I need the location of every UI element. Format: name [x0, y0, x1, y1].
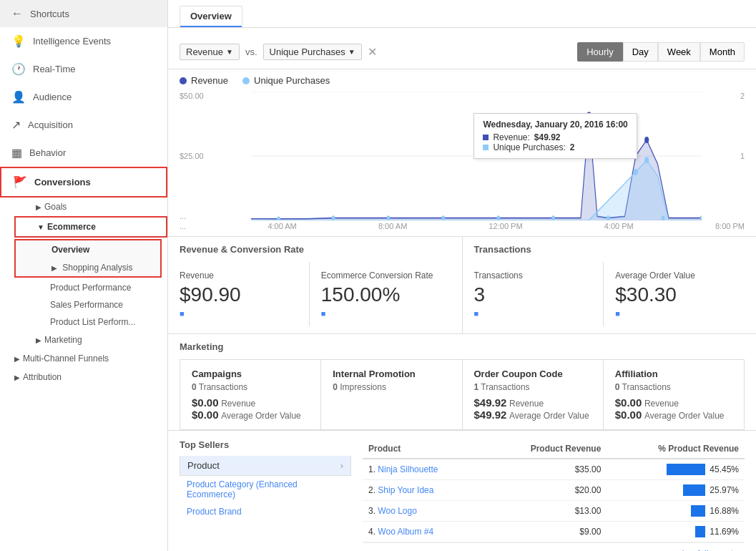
- campaigns-transactions: 0 Transactions: [192, 382, 309, 392]
- sidebar-item-acquisition[interactable]: ↗ Acquisition: [0, 111, 167, 139]
- campaigns-label: Campaigns: [192, 369, 309, 379]
- table-row: 1. Ninja Silhouette $35.00 45.45%: [363, 459, 745, 480]
- internal-impressions: 0 Impressions: [333, 382, 450, 392]
- affiliation-label: Affiliation: [615, 369, 732, 379]
- sidebar-item-goals[interactable]: ▶ Goals: [14, 198, 167, 216]
- stat-aov: Average Order Value $30.30 ■: [604, 262, 745, 326]
- affiliation-transactions: 0 Transactions: [615, 382, 732, 392]
- time-button-group: Hourly Day Week Month: [577, 42, 745, 62]
- affiliation-revenue-row: $0.00 Revenue: [615, 396, 732, 409]
- sidebar-item-shortcuts[interactable]: ← Shortcuts: [0, 0, 167, 27]
- cell-percent: 45.45%: [607, 459, 745, 480]
- sidebar-section-product-performance[interactable]: Product Performance: [14, 279, 167, 296]
- aov-link[interactable]: ■: [615, 309, 733, 318]
- product-link[interactable]: Ninja Silhouette: [378, 464, 438, 474]
- time-btn-day[interactable]: Day: [623, 42, 658, 62]
- svg-point-6: [644, 137, 649, 143]
- svg-point-13: [496, 215, 500, 220]
- marketing-affiliation: Affiliation 0 Transactions $0.00 Revenue…: [604, 360, 744, 429]
- cell-percent: 11.69%: [607, 522, 745, 542]
- table-row: 4. Woo Album #4 $9.00 11.69%: [363, 522, 745, 542]
- time-btn-month[interactable]: Month: [700, 42, 745, 62]
- table-row: 2. Ship Your Idea $20.00 25.97%: [363, 480, 745, 501]
- revenue-link[interactable]: ■: [180, 309, 298, 318]
- revenue-label: Revenue: [180, 270, 298, 281]
- marketing-cards: Campaigns 0 Transactions $0.00 Revenue $…: [180, 359, 745, 430]
- sidebar-item-marketing[interactable]: ▶ Marketing: [14, 331, 167, 349]
- remove-filter-button[interactable]: ✕: [368, 45, 377, 59]
- product-table: Product Product Revenue % Product Revenu…: [363, 439, 745, 551]
- x-label-4: 4:00 PM: [604, 222, 634, 230]
- sidebar-item-conversions[interactable]: 🚩 Conversions: [0, 167, 167, 198]
- sidebar-item-attribution[interactable]: ▶ Attribution: [0, 368, 167, 386]
- svg-point-8: [644, 157, 649, 163]
- x-label-1: 4:00 AM: [267, 222, 296, 230]
- transactions-label: Transactions: [474, 270, 592, 281]
- y-axis-right-labels: 2 1: [740, 92, 745, 220]
- legend-revenue: Revenue: [180, 75, 228, 86]
- seller-product-category-link[interactable]: Product Category (Enhanced Ecommerce): [180, 476, 351, 503]
- stat-ecr: Ecommerce Conversion Rate 150.00% ■: [310, 262, 451, 326]
- percent-bar: [667, 464, 705, 475]
- sidebar-sub-conversions: ▶ Goals ▼ Ecommerce Overview ▶ Shopping …: [0, 198, 167, 349]
- svg-point-9: [277, 216, 280, 220]
- seller-product-brand-link[interactable]: Product Brand: [180, 503, 351, 520]
- sidebar-item-multi-channel[interactable]: ▶ Multi-Channel Funnels: [0, 349, 167, 368]
- aov-label: Average Order Value: [615, 270, 733, 281]
- back-arrow-icon: ←: [11, 7, 23, 20]
- x-label-3: 12:00 PM: [489, 222, 523, 230]
- table-header-row: Product Product Revenue % Product Revenu…: [363, 439, 745, 459]
- tab-overview[interactable]: Overview: [180, 6, 242, 27]
- tab-bar: Overview: [168, 0, 756, 28]
- marketing-campaigns: Campaigns 0 Transactions $0.00 Revenue $…: [180, 360, 321, 429]
- chart-container: $50.00 $25.00 ... 2 1: [168, 92, 756, 220]
- sidebar-item-ecommerce[interactable]: ▼ Ecommerce: [14, 216, 167, 238]
- metric1-select[interactable]: Revenue ▼: [180, 44, 240, 60]
- revenue-dot: [180, 77, 187, 84]
- transactions-stats: Transactions 3 ■ Average Order Value $30…: [474, 262, 745, 326]
- metric2-select[interactable]: Unique Purchases ▼: [263, 44, 362, 60]
- sidebar-item-realtime[interactable]: 🕐 Real-Time: [0, 55, 167, 83]
- ecr-link[interactable]: ■: [321, 309, 439, 318]
- time-btn-hourly[interactable]: Hourly: [577, 42, 623, 62]
- sidebar-item-intelligence-events[interactable]: 💡 Intelligence Events: [0, 27, 167, 55]
- svg-point-11: [387, 215, 391, 220]
- product-link[interactable]: Woo Logo: [378, 506, 417, 516]
- y-axis-labels: $50.00 $25.00 ...: [180, 92, 204, 220]
- svg-point-5: [586, 112, 592, 120]
- revenue-section-title: Revenue & Conversion Rate: [180, 244, 451, 255]
- acquisition-icon: ↗: [11, 118, 21, 132]
- cell-revenue: $35.00: [484, 459, 607, 480]
- svg-point-10: [332, 215, 335, 220]
- clock-icon: 🕐: [11, 62, 26, 76]
- revenue-stats: Revenue $90.90 ■ Ecommerce Conversion Ra…: [180, 262, 451, 326]
- sidebar-section-shopping-analysis[interactable]: ▶ Shopping Analysis: [16, 259, 160, 276]
- percent-bar: [695, 526, 705, 537]
- svg-point-14: [551, 215, 555, 220]
- seller-product[interactable]: Product ›: [180, 456, 351, 476]
- internal-label: Internal Promotion: [333, 369, 450, 379]
- product-link[interactable]: Ship Your Idea: [378, 485, 433, 495]
- svg-point-17: [700, 215, 704, 220]
- svg-point-15: [607, 215, 610, 220]
- cell-percent: 16.88%: [607, 501, 745, 522]
- metric2-arrow-icon: ▼: [348, 48, 355, 56]
- sidebar-item-audience[interactable]: 👤 Audience: [0, 83, 167, 111]
- aov-value: $30.30: [615, 283, 733, 306]
- seller-arrow-icon: ›: [340, 460, 343, 471]
- transactions-link[interactable]: ■: [474, 309, 592, 318]
- time-btn-week[interactable]: Week: [658, 42, 700, 62]
- product-link[interactable]: Woo Album #4: [378, 527, 433, 537]
- view-full-report-link[interactable]: view full report: [363, 542, 745, 551]
- transactions-section: Transactions Transactions 3 ■ Average Or…: [463, 237, 757, 333]
- cell-rank-name: 1. Ninja Silhouette: [363, 459, 484, 480]
- sidebar-section-product-list[interactable]: Product List Perform...: [14, 313, 167, 331]
- sidebar-section-sales-performance[interactable]: Sales Performance: [14, 296, 167, 313]
- product-data-table: Product Product Revenue % Product Revenu…: [363, 439, 745, 542]
- transactions-section-title: Transactions: [474, 244, 745, 255]
- stats-row: Revenue & Conversion Rate Revenue $90.90…: [168, 236, 756, 334]
- bottom-section: Top Sellers Product › Product Category (…: [168, 431, 756, 551]
- sidebar-item-behavior[interactable]: ▦ Behavior: [0, 139, 167, 167]
- main-content: Overview Revenue ▼ vs. Unique Purchases …: [168, 0, 756, 551]
- sidebar-section-overview[interactable]: Overview: [16, 240, 160, 259]
